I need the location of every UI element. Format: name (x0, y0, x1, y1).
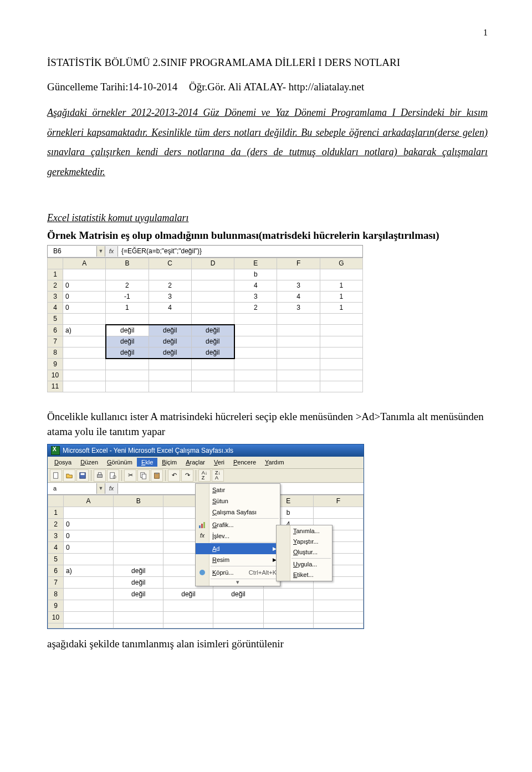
cell[interactable] (149, 269, 191, 280)
cell[interactable] (114, 623, 163, 628)
cell[interactable] (64, 507, 114, 518)
cell[interactable] (313, 588, 363, 600)
cell[interactable] (191, 313, 234, 325)
cell[interactable]: değil (106, 325, 149, 336)
print-preview-icon[interactable] (107, 469, 119, 482)
cell[interactable] (234, 359, 277, 370)
cell[interactable] (234, 370, 277, 381)
cell[interactable]: 4 (277, 291, 320, 302)
cell[interactable] (313, 611, 363, 623)
menu-item-ilev[interactable]: fxİşlev... (196, 530, 280, 541)
menu-veri[interactable]: Veri (209, 458, 229, 467)
cell[interactable]: 3 (277, 280, 320, 291)
print-icon[interactable] (94, 469, 106, 482)
cell[interactable] (163, 600, 213, 611)
cell[interactable]: 0 (64, 541, 114, 553)
cell[interactable] (320, 359, 362, 370)
fx-icon[interactable]: fx (105, 246, 118, 257)
cell[interactable]: değil (191, 336, 234, 347)
cell[interactable] (277, 370, 320, 381)
cell[interactable]: değil (191, 325, 234, 336)
row-header[interactable]: 6 (48, 565, 64, 576)
menu-item-grafik[interactable]: Grafik... (196, 519, 280, 530)
menu-biçim[interactable]: Biçim (157, 458, 181, 467)
menu-görünüm[interactable]: Görünüm (103, 458, 137, 467)
menu-pencere[interactable]: Pencere (229, 458, 260, 467)
row-header[interactable]: 10 (48, 611, 64, 623)
cell[interactable] (234, 347, 277, 359)
cell[interactable] (234, 336, 277, 347)
row-header[interactable]: 5 (48, 313, 63, 325)
cell[interactable]: değil (149, 336, 191, 347)
copy-icon[interactable] (137, 469, 150, 482)
cell[interactable] (64, 576, 114, 588)
submenu-item-tanmla[interactable]: Tanımla... (277, 526, 332, 536)
col-header-D[interactable]: D (191, 258, 234, 269)
cell[interactable] (234, 381, 277, 392)
cell[interactable] (163, 611, 213, 623)
col-header-F[interactable]: F (277, 258, 320, 269)
cell[interactable]: 2 (234, 302, 277, 313)
cell[interactable]: 1 (320, 291, 362, 302)
cell[interactable] (106, 313, 149, 325)
cell[interactable] (64, 553, 114, 565)
cell[interactable] (313, 623, 363, 628)
row-header[interactable]: 4 (48, 302, 63, 313)
row-header[interactable] (48, 623, 64, 628)
cell[interactable] (234, 313, 277, 325)
cell[interactable]: 0 (64, 518, 114, 530)
save-icon[interactable] (76, 469, 89, 482)
cell[interactable] (213, 600, 263, 611)
menu-item-stun[interactable]: Sütun (196, 495, 280, 507)
col-header-C[interactable]: C (149, 258, 191, 269)
cell[interactable]: 1 (106, 302, 149, 313)
cell[interactable] (114, 507, 163, 518)
menu-yardım[interactable]: Yardım (260, 458, 289, 467)
cell[interactable] (191, 370, 234, 381)
cell[interactable] (320, 336, 362, 347)
cell[interactable] (191, 359, 234, 370)
name-box-2[interactable]: a (48, 483, 97, 494)
row-header[interactable]: 9 (48, 600, 64, 611)
row-header[interactable]: 5 (48, 553, 64, 565)
cell[interactable] (63, 269, 106, 280)
cell[interactable] (64, 588, 114, 600)
cell[interactable]: 1 (320, 302, 362, 313)
cell[interactable] (114, 600, 163, 611)
cell[interactable] (320, 325, 362, 336)
cell[interactable] (64, 623, 114, 628)
menu-dosya[interactable]: Dosya (50, 458, 76, 467)
cell[interactable] (114, 518, 163, 530)
cell[interactable] (320, 381, 362, 392)
row-header[interactable]: 1 (48, 507, 64, 518)
row-header[interactable]: 3 (48, 291, 63, 302)
cell[interactable]: 0 (63, 302, 106, 313)
cell[interactable]: b (234, 269, 277, 280)
formula-bar[interactable]: {=EĞER(a=b;"eşit";"değil")} (118, 246, 362, 257)
cell[interactable]: 3 (277, 302, 320, 313)
paste-icon[interactable] (151, 469, 163, 482)
cell[interactable] (191, 269, 234, 280)
submenu-item-yaptr[interactable]: Yapıştır... (277, 536, 332, 547)
cell[interactable] (320, 370, 362, 381)
cell[interactable]: değil (114, 588, 163, 600)
menu-ekle[interactable]: Ekle (137, 458, 157, 467)
name-box[interactable]: B6 (48, 246, 97, 257)
col-header-E[interactable]: E (234, 258, 277, 269)
open-icon[interactable] (63, 469, 75, 482)
cell[interactable] (63, 381, 106, 392)
menu-item-resim[interactable]: Resim▶ (196, 554, 280, 565)
menu-araçlar[interactable]: Araçlar (181, 458, 209, 467)
cell[interactable]: 2 (149, 280, 191, 291)
cell[interactable]: değil (106, 336, 149, 347)
dropdown-expand-icon[interactable]: ▾ (196, 580, 280, 585)
cell[interactable] (106, 370, 149, 381)
cell[interactable] (63, 313, 106, 325)
cell[interactable] (213, 623, 263, 628)
grid-1[interactable]: A B C D E F G 1b202243130-13341401423156… (47, 258, 363, 392)
row-header[interactable]: 4 (48, 541, 64, 553)
row-header[interactable]: 6 (48, 325, 63, 336)
row-header[interactable]: 8 (48, 347, 63, 359)
cell[interactable] (191, 381, 234, 392)
cell[interactable]: değil (114, 565, 163, 576)
